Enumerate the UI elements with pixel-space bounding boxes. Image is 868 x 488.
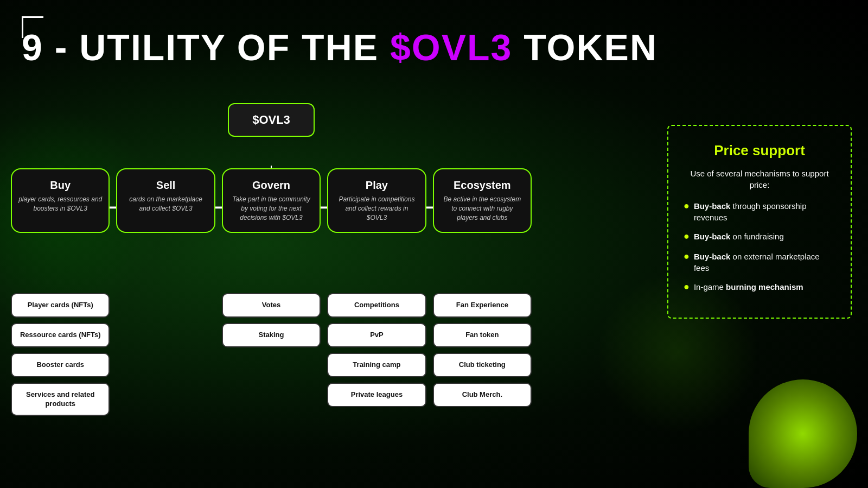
categories-row: Buy player cards, ressources and booster… [11,168,532,233]
price-item-3-bold: Buy-back [694,252,731,261]
cat-sell-title: Sell [124,179,207,192]
price-item-4: In-game burning mechanism [684,281,835,294]
sub-items-row: Player cards (NFTs) Ressource cards (NFT… [11,293,532,416]
price-support-panel: Price support Use of several mechanisms … [667,125,852,319]
cat-play-desc: Participate in competitions and collect … [335,195,418,222]
cat-govern-desc: Take part in the community by voting for… [229,195,313,222]
sub-item-fan-experience: Fan Experience [433,293,532,318]
title-prefix: 9 - UTILITY OF THE [22,27,390,68]
sub-item-services: Services and related products [11,383,110,416]
price-item-2: Buy-back on fundraising [684,231,835,243]
sub-item-pvp: PvP [327,323,426,347]
sub-col-play: Competitions PvP Training camp Private l… [327,293,426,416]
category-ecosystem: Ecosystem Be active in the ecosystem to … [433,168,532,233]
sub-item-club-ticketing: Club ticketing [433,353,532,377]
price-support-subtitle: Use of several mechanisms to support pri… [684,168,835,191]
cat-ecosystem-title: Ecosystem [441,179,524,192]
sub-item-private-leagues: Private leagues [327,383,426,407]
connector-lines [11,98,532,477]
root-node: $OVL3 [228,103,315,137]
cat-ecosystem-desc: Be active in the ecosystem to connect wi… [441,195,524,222]
sub-item-fan-token: Fan token [433,323,532,347]
category-sell: Sell cards on the marketplace and collec… [116,168,215,233]
price-item-2-bold: Buy-back [694,232,731,241]
cat-sell-desc: cards on the marketplace and collect $OV… [124,195,207,213]
page-title: 9 - UTILITY OF THE $OVL3 TOKEN [22,27,658,68]
sub-item-staking: Staking [222,323,321,347]
title-suffix: TOKEN [512,27,658,68]
sub-col-govern: Votes Staking [222,293,321,416]
price-item-1-bold: Buy-back [694,201,731,211]
price-item-4-bold: burning mechanism [726,282,803,291]
sub-item-club-merch: Club Merch. [433,383,532,407]
price-support-list: Buy-back through sponsorship revenues Bu… [684,200,835,294]
price-item-3: Buy-back on external marketplace fees [684,251,835,274]
sub-item-booster-cards: Booster cards [11,353,110,377]
cat-govern-title: Govern [229,179,313,192]
diagram-area: $OVL3 Buy player cards, ressources and b… [11,98,532,477]
category-buy: Buy player cards, ressources and booster… [11,168,110,233]
sub-item-votes: Votes [222,293,321,318]
blob-decoration [749,379,857,488]
cat-buy-desc: player cards, ressources and boosters in… [18,195,102,213]
sub-item-ressource-cards: Ressource cards (NFTs) [11,323,110,347]
price-item-1: Buy-back through sponsorship revenues [684,200,835,223]
cat-play-title: Play [335,179,418,192]
sub-item-player-cards: Player cards (NFTs) [11,293,110,318]
sub-item-training-camp: Training camp [327,353,426,377]
category-play: Play Participate in competitions and col… [327,168,426,233]
title-highlight: $OVL3 [390,27,512,68]
sub-col-ecosystem: Fan Experience Fan token Club ticketing … [433,293,532,416]
category-govern: Govern Take part in the community by vot… [222,168,321,233]
sub-item-competitions: Competitions [327,293,426,318]
sub-col-buy: Player cards (NFTs) Ressource cards (NFT… [11,293,110,416]
price-support-title: Price support [684,142,835,159]
sub-col-sell [116,293,215,416]
cat-buy-title: Buy [18,179,102,192]
